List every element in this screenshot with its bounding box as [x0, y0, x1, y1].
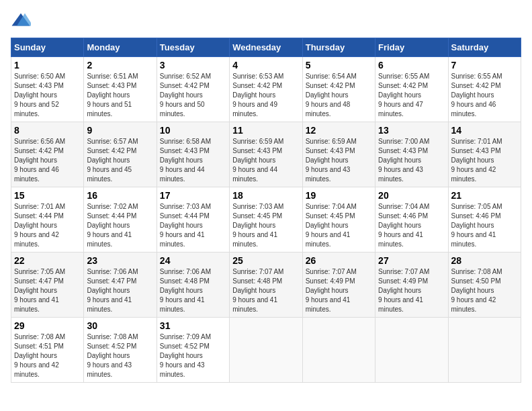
- day-number: 31: [160, 320, 226, 331]
- day-info: Sunrise: 6:55 AM Sunset: 4:42 PM Dayligh…: [451, 72, 518, 119]
- day-number: 26: [306, 255, 372, 266]
- day-info: Sunrise: 7:02 AM Sunset: 4:44 PM Dayligh…: [87, 202, 153, 249]
- day-number: 7: [451, 60, 518, 71]
- day-number: 20: [378, 190, 445, 201]
- day-info: Sunrise: 7:06 AM Sunset: 4:47 PM Dayligh…: [87, 267, 153, 314]
- day-info: Sunrise: 7:07 AM Sunset: 4:49 PM Dayligh…: [306, 267, 372, 314]
- day-info: Sunrise: 6:54 AM Sunset: 4:42 PM Dayligh…: [306, 72, 372, 119]
- calendar-cell: [230, 318, 302, 383]
- day-number: 28: [451, 255, 518, 266]
- day-info: Sunrise: 6:59 AM Sunset: 4:43 PM Dayligh…: [306, 137, 372, 184]
- day-number: 17: [160, 190, 226, 201]
- day-number: 3: [160, 60, 226, 71]
- day-info: Sunrise: 7:05 AM Sunset: 4:47 PM Dayligh…: [14, 267, 81, 314]
- day-info: Sunrise: 7:01 AM Sunset: 4:44 PM Dayligh…: [14, 202, 81, 249]
- calendar-header: SundayMondayTuesdayWednesdayThursdayFrid…: [11, 38, 521, 57]
- logo-icon: [11, 11, 31, 31]
- weekday-header: Friday: [375, 38, 448, 57]
- weekday-header: Sunday: [11, 38, 84, 57]
- day-number: 9: [87, 125, 153, 136]
- day-info: Sunrise: 6:59 AM Sunset: 4:43 PM Dayligh…: [232, 137, 299, 184]
- calendar-cell: 8 Sunrise: 6:56 AM Sunset: 4:42 PM Dayli…: [11, 122, 84, 187]
- weekday-header: Wednesday: [230, 38, 302, 57]
- day-number: 19: [306, 190, 372, 201]
- calendar-cell: 14 Sunrise: 7:01 AM Sunset: 4:43 PM Dayl…: [448, 122, 521, 187]
- logo: [11, 11, 34, 31]
- day-info: Sunrise: 7:06 AM Sunset: 4:48 PM Dayligh…: [160, 267, 226, 314]
- calendar-cell: 13 Sunrise: 7:00 AM Sunset: 4:43 PM Dayl…: [375, 122, 448, 187]
- calendar-cell: 25 Sunrise: 7:07 AM Sunset: 4:48 PM Dayl…: [230, 253, 302, 318]
- calendar-cell: 31 Sunrise: 7:09 AM Sunset: 4:52 PM Dayl…: [157, 318, 229, 383]
- day-number: 1: [14, 60, 81, 71]
- weekday-header: Tuesday: [157, 38, 229, 57]
- calendar-cell: 28 Sunrise: 7:08 AM Sunset: 4:50 PM Dayl…: [448, 253, 521, 318]
- day-number: 14: [451, 125, 518, 136]
- day-info: Sunrise: 7:04 AM Sunset: 4:46 PM Dayligh…: [378, 202, 445, 249]
- day-info: Sunrise: 7:09 AM Sunset: 4:52 PM Dayligh…: [160, 332, 226, 379]
- calendar-cell: 27 Sunrise: 7:07 AM Sunset: 4:49 PM Dayl…: [375, 253, 448, 318]
- calendar-cell: 16 Sunrise: 7:02 AM Sunset: 4:44 PM Dayl…: [84, 187, 157, 253]
- weekday-header: Monday: [84, 38, 157, 57]
- calendar-cell: 20 Sunrise: 7:04 AM Sunset: 4:46 PM Dayl…: [375, 187, 448, 253]
- day-info: Sunrise: 7:03 AM Sunset: 4:45 PM Dayligh…: [232, 202, 299, 249]
- day-info: Sunrise: 6:57 AM Sunset: 4:42 PM Dayligh…: [87, 137, 153, 184]
- day-info: Sunrise: 7:00 AM Sunset: 4:43 PM Dayligh…: [378, 137, 445, 184]
- day-number: 11: [232, 125, 299, 136]
- day-info: Sunrise: 6:52 AM Sunset: 4:42 PM Dayligh…: [160, 72, 226, 119]
- day-info: Sunrise: 6:55 AM Sunset: 4:42 PM Dayligh…: [378, 72, 445, 119]
- calendar-cell: 22 Sunrise: 7:05 AM Sunset: 4:47 PM Dayl…: [11, 253, 84, 318]
- calendar-cell: 10 Sunrise: 6:58 AM Sunset: 4:43 PM Dayl…: [157, 122, 229, 187]
- day-number: 18: [232, 190, 299, 201]
- day-number: 29: [14, 320, 81, 331]
- calendar-cell: 29 Sunrise: 7:08 AM Sunset: 4:51 PM Dayl…: [11, 318, 84, 383]
- calendar-cell: 2 Sunrise: 6:51 AM Sunset: 4:43 PM Dayli…: [84, 57, 157, 122]
- day-info: Sunrise: 7:07 AM Sunset: 4:48 PM Dayligh…: [232, 267, 299, 314]
- day-info: Sunrise: 7:01 AM Sunset: 4:43 PM Dayligh…: [451, 137, 518, 184]
- day-number: 10: [160, 125, 226, 136]
- day-number: 13: [378, 125, 445, 136]
- calendar-cell: 15 Sunrise: 7:01 AM Sunset: 4:44 PM Dayl…: [11, 187, 84, 253]
- calendar-cell: 23 Sunrise: 7:06 AM Sunset: 4:47 PM Dayl…: [84, 253, 157, 318]
- calendar-week-row: 8 Sunrise: 6:56 AM Sunset: 4:42 PM Dayli…: [11, 122, 521, 187]
- calendar-cell: 30 Sunrise: 7:08 AM Sunset: 4:52 PM Dayl…: [84, 318, 157, 383]
- calendar-week-row: 15 Sunrise: 7:01 AM Sunset: 4:44 PM Dayl…: [11, 187, 521, 253]
- day-number: 22: [14, 255, 81, 266]
- day-number: 21: [451, 190, 518, 201]
- day-info: Sunrise: 7:08 AM Sunset: 4:52 PM Dayligh…: [87, 332, 153, 379]
- day-info: Sunrise: 6:53 AM Sunset: 4:42 PM Dayligh…: [232, 72, 299, 119]
- day-number: 24: [160, 255, 226, 266]
- calendar-cell: 26 Sunrise: 7:07 AM Sunset: 4:49 PM Dayl…: [302, 253, 375, 318]
- calendar-cell: 6 Sunrise: 6:55 AM Sunset: 4:42 PM Dayli…: [375, 57, 448, 122]
- calendar-cell: [302, 318, 375, 383]
- calendar-cell: 9 Sunrise: 6:57 AM Sunset: 4:42 PM Dayli…: [84, 122, 157, 187]
- calendar-cell: 24 Sunrise: 7:06 AM Sunset: 4:48 PM Dayl…: [157, 253, 229, 318]
- day-info: Sunrise: 7:07 AM Sunset: 4:49 PM Dayligh…: [378, 267, 445, 314]
- calendar-cell: 11 Sunrise: 6:59 AM Sunset: 4:43 PM Dayl…: [230, 122, 302, 187]
- day-number: 23: [87, 255, 153, 266]
- calendar-cell: 1 Sunrise: 6:50 AM Sunset: 4:43 PM Dayli…: [11, 57, 84, 122]
- day-number: 4: [232, 60, 299, 71]
- calendar-cell: 18 Sunrise: 7:03 AM Sunset: 4:45 PM Dayl…: [230, 187, 302, 253]
- day-number: 2: [87, 60, 153, 71]
- day-number: 12: [306, 125, 372, 136]
- day-number: 15: [14, 190, 81, 201]
- calendar-cell: 17 Sunrise: 7:03 AM Sunset: 4:44 PM Dayl…: [157, 187, 229, 253]
- day-info: Sunrise: 7:08 AM Sunset: 4:51 PM Dayligh…: [14, 332, 81, 379]
- day-number: 6: [378, 60, 445, 71]
- day-info: Sunrise: 7:04 AM Sunset: 4:45 PM Dayligh…: [306, 202, 372, 249]
- day-info: Sunrise: 6:50 AM Sunset: 4:43 PM Dayligh…: [14, 72, 81, 119]
- day-info: Sunrise: 6:51 AM Sunset: 4:43 PM Dayligh…: [87, 72, 153, 119]
- calendar-cell: 5 Sunrise: 6:54 AM Sunset: 4:42 PM Dayli…: [302, 57, 375, 122]
- day-number: 8: [14, 125, 81, 136]
- day-info: Sunrise: 7:03 AM Sunset: 4:44 PM Dayligh…: [160, 202, 226, 249]
- calendar-cell: 12 Sunrise: 6:59 AM Sunset: 4:43 PM Dayl…: [302, 122, 375, 187]
- calendar-cell: 21 Sunrise: 7:05 AM Sunset: 4:46 PM Dayl…: [448, 187, 521, 253]
- calendar-cell: 19 Sunrise: 7:04 AM Sunset: 4:45 PM Dayl…: [302, 187, 375, 253]
- calendar-cell: 3 Sunrise: 6:52 AM Sunset: 4:42 PM Dayli…: [157, 57, 229, 122]
- calendar-cell: 7 Sunrise: 6:55 AM Sunset: 4:42 PM Dayli…: [448, 57, 521, 122]
- calendar-cell: [375, 318, 448, 383]
- day-number: 25: [232, 255, 299, 266]
- calendar-week-row: 22 Sunrise: 7:05 AM Sunset: 4:47 PM Dayl…: [11, 253, 521, 318]
- page-header: [11, 11, 521, 31]
- day-info: Sunrise: 6:58 AM Sunset: 4:43 PM Dayligh…: [160, 137, 226, 184]
